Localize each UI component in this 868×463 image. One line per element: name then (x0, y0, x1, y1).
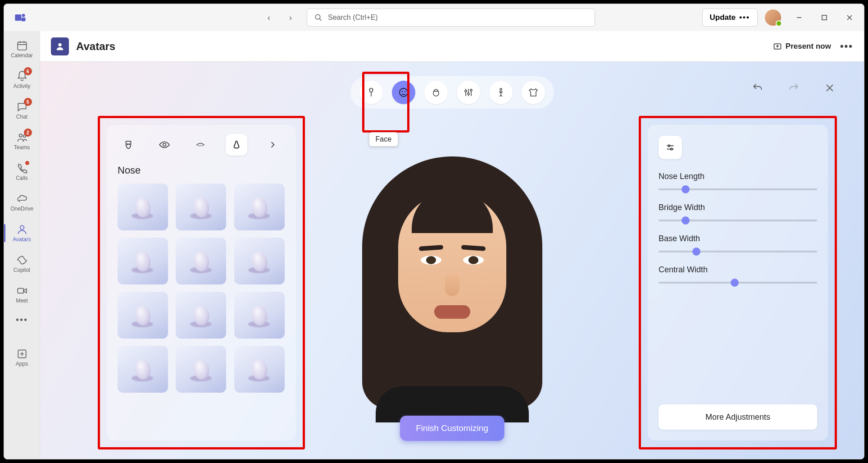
tab-face-shape[interactable] (118, 134, 139, 156)
update-button[interactable]: Update ••• (702, 9, 758, 27)
copilot-icon (16, 254, 28, 266)
nose-option-11[interactable] (176, 346, 226, 393)
category-figure[interactable] (489, 81, 513, 104)
feature-tabs (118, 134, 285, 156)
adjustments-panel: Nose LengthBridge WidthBase WidthCentral… (648, 125, 828, 440)
svg-point-15 (20, 225, 24, 229)
svg-rect-16 (18, 289, 23, 293)
face-shape-icon (123, 139, 134, 151)
svg-rect-0 (15, 14, 21, 21)
page-title: Avatars (76, 40, 115, 53)
window-maximize-button[interactable] (813, 9, 835, 27)
adjust-icon (665, 142, 675, 152)
svg-rect-9 (18, 42, 27, 50)
chevron-right-icon (268, 140, 277, 149)
slider-group: Central Width (659, 265, 817, 284)
rail-activity[interactable]: 6 Activity (7, 65, 37, 94)
svg-point-35 (500, 88, 502, 90)
search-placeholder: Search (Ctrl+E) (328, 14, 378, 22)
calls-dot (25, 161, 29, 165)
nose-option-7[interactable] (118, 292, 168, 339)
redo-button[interactable] (786, 81, 801, 95)
nose-option-9[interactable] (234, 292, 285, 339)
tab-eyes[interactable] (154, 134, 175, 156)
slider-thumb[interactable] (682, 216, 690, 225)
presence-available-icon (776, 20, 782, 27)
nose-option-5[interactable] (176, 238, 226, 284)
tab-nose[interactable] (226, 134, 247, 156)
hair-icon (431, 87, 441, 98)
window-close-button[interactable] (839, 9, 860, 27)
finish-customizing-button[interactable]: Finish Customizing (400, 416, 504, 441)
nose-option-4[interactable] (118, 238, 168, 284)
avatar-icon (16, 224, 28, 235)
category-face[interactable] (392, 81, 415, 104)
present-now-button[interactable]: Present now (773, 42, 831, 51)
slider-label: Nose Length (659, 172, 817, 181)
nose-option-2[interactable] (176, 183, 226, 230)
svg-point-34 (470, 89, 472, 91)
tab-eyebrows[interactable] (190, 134, 211, 156)
slider-group: Base Width (659, 234, 817, 252)
category-wardrobe[interactable] (522, 81, 545, 104)
nav-back-button[interactable]: ‹ (264, 12, 274, 23)
rail-more[interactable]: ••• (7, 311, 37, 329)
rail-meet[interactable]: Meet (7, 280, 37, 309)
undo-button[interactable] (750, 81, 765, 95)
content-header: Avatars Present now ••• (40, 31, 864, 62)
nose-option-1[interactable] (118, 183, 168, 230)
nav-forward-button[interactable]: › (285, 12, 296, 23)
rail-onedrive[interactable]: OneDrive (7, 188, 37, 217)
avatar-preview (340, 143, 565, 422)
svg-point-33 (468, 93, 469, 95)
tab-more[interactable] (262, 134, 283, 156)
header-more-button[interactable]: ••• (840, 41, 853, 52)
slider-thumb[interactable] (692, 248, 700, 256)
adjustments-icon-button[interactable] (659, 136, 682, 159)
nose-thumbnail-grid (118, 183, 285, 393)
redo-icon (788, 82, 800, 94)
slider-base-width[interactable] (659, 251, 817, 252)
rail-calendar[interactable]: Calendar (7, 35, 37, 64)
category-hair[interactable] (424, 81, 448, 104)
chat-badge: 5 (24, 98, 32, 106)
nose-icon (231, 139, 242, 151)
body-icon (366, 87, 377, 98)
undo-icon (752, 82, 763, 94)
rail-apps[interactable]: Apps (7, 343, 37, 372)
avatar-editor-canvas: Face (40, 62, 864, 459)
slider-nose-length[interactable] (659, 188, 817, 190)
sliders-icon (463, 87, 474, 98)
nose-option-6[interactable] (234, 238, 285, 284)
svg-point-28 (404, 91, 405, 92)
window-minimize-button[interactable] (788, 9, 810, 27)
close-icon (824, 83, 835, 93)
rail-chat[interactable]: 5 Chat (7, 96, 37, 125)
slider-thumb[interactable] (682, 185, 690, 193)
slider-thumb[interactable] (731, 279, 739, 287)
svg-point-3 (315, 14, 320, 19)
ellipsis-icon: ••• (16, 315, 28, 325)
profile-avatar[interactable] (765, 9, 781, 26)
svg-point-39 (129, 144, 130, 145)
category-body[interactable] (359, 81, 383, 104)
rail-copilot[interactable]: Copilot (7, 249, 37, 278)
slider-group: Bridge Width (659, 203, 817, 221)
teams-logo-icon (11, 9, 29, 27)
slider-bridge-width[interactable] (659, 220, 817, 221)
nose-option-3[interactable] (234, 183, 285, 230)
avatars-app-icon (51, 37, 69, 55)
nose-option-12[interactable] (234, 346, 285, 393)
video-icon (16, 285, 28, 297)
slider-central-width[interactable] (659, 282, 817, 284)
rail-avatars[interactable]: Avatars (7, 219, 37, 248)
search-input[interactable]: Search (Ctrl+E) (307, 9, 595, 27)
rail-calls[interactable]: Calls (7, 157, 37, 186)
more-adjustments-button[interactable]: More Adjustments (659, 404, 817, 430)
teams-badge: 2 (24, 128, 32, 137)
nose-option-8[interactable] (176, 292, 226, 339)
category-appearance[interactable] (457, 81, 480, 104)
nose-option-10[interactable] (118, 346, 168, 393)
rail-teams[interactable]: 2 Teams (7, 127, 37, 156)
close-editor-button[interactable] (823, 81, 837, 95)
